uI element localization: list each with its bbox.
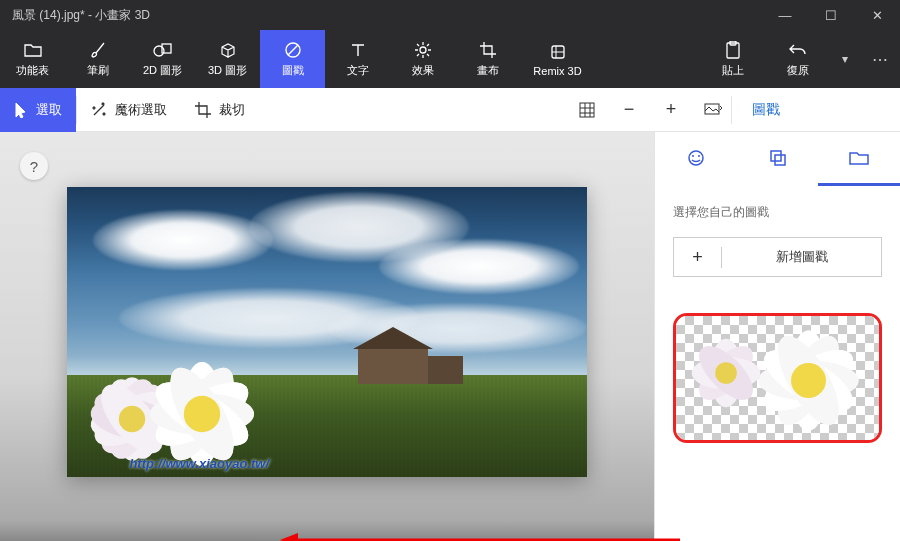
brush-icon xyxy=(89,40,107,60)
ribbon-label: 筆刷 xyxy=(87,63,109,78)
zoom-out-button[interactable]: − xyxy=(611,92,647,128)
undo-button[interactable]: 復原 xyxy=(765,30,830,88)
ribbon-label: 效果 xyxy=(412,63,434,78)
svg-point-3 xyxy=(420,47,426,53)
canvas-image[interactable]: http://www.xiaoyao.tw/ xyxy=(67,187,587,477)
svg-point-47 xyxy=(715,362,737,384)
ribbon-label: 圖戳 xyxy=(282,63,304,78)
help-button[interactable]: ? xyxy=(20,152,48,180)
content: ? http://www.xiaoyao.tw/ xyxy=(0,132,900,541)
sticker-icon xyxy=(284,40,302,60)
undo-icon xyxy=(789,40,807,60)
ribbon-label: 2D 圖形 xyxy=(143,63,182,78)
minimize-button[interactable]: — xyxy=(762,0,808,30)
select-tool[interactable]: 選取 xyxy=(0,88,76,132)
svg-rect-37 xyxy=(771,151,781,161)
tab-textures[interactable] xyxy=(737,132,819,186)
zoom-in-button[interactable]: + xyxy=(653,92,689,128)
text-icon xyxy=(350,40,366,60)
remix3d-button[interactable]: Remix 3D xyxy=(520,30,595,88)
svg-point-36 xyxy=(698,155,700,157)
view-toggle[interactable] xyxy=(695,92,731,128)
svg-rect-7 xyxy=(580,103,594,117)
sidebar-label: 選擇您自己的圖戳 xyxy=(673,204,882,221)
crop-tool-icon xyxy=(195,102,211,118)
ribbon-label: 文字 xyxy=(347,63,369,78)
add-sticker-label: 新增圖戳 xyxy=(722,248,881,266)
canvas-area[interactable]: ? http://www.xiaoyao.tw/ xyxy=(0,132,654,541)
svg-marker-33 xyxy=(280,533,298,541)
text-button[interactable]: 文字 xyxy=(325,30,390,88)
paste-button[interactable]: 貼上 xyxy=(700,30,765,88)
tool-label: 選取 xyxy=(36,101,62,119)
tool-label: 魔術選取 xyxy=(115,101,167,119)
maximize-button[interactable]: ☐ xyxy=(808,0,854,30)
svg-point-34 xyxy=(689,151,703,165)
sidebar-tabs xyxy=(655,132,900,186)
chevron-down-icon[interactable]: ▾ xyxy=(830,52,860,66)
folder-icon xyxy=(24,40,42,60)
ribbon-label: 貼上 xyxy=(722,63,744,78)
tool-label: 裁切 xyxy=(219,101,245,119)
cursor-icon xyxy=(14,102,28,118)
brush-button[interactable]: 筆刷 xyxy=(65,30,130,88)
wand-icon xyxy=(91,102,107,118)
canvas-button[interactable]: 畫布 xyxy=(455,30,520,88)
secondary-toolbar: 選取 魔術選取 裁切 − + 圖戳 xyxy=(0,88,900,132)
svg-point-35 xyxy=(692,155,694,157)
sidebar: 選擇您自己的圖戳 + 新增圖戳 xyxy=(654,132,900,541)
panel-title: 圖戳 xyxy=(752,101,780,119)
svg-point-31 xyxy=(184,396,220,432)
window-title: 風景 (14).jpg* - 小畫家 3D xyxy=(12,7,762,24)
titlebar: 風景 (14).jpg* - 小畫家 3D — ☐ ✕ xyxy=(0,0,900,30)
plus-icon: + xyxy=(674,247,722,268)
ribbon-label: 3D 圖形 xyxy=(208,63,247,78)
crop-icon xyxy=(479,40,497,60)
remix-icon xyxy=(549,42,567,62)
menu-button[interactable]: 功能表 xyxy=(0,30,65,88)
paste-icon xyxy=(725,40,741,60)
magic-select-tool[interactable]: 魔術選取 xyxy=(77,88,181,132)
ribbon-label: 畫布 xyxy=(477,63,499,78)
more-icon[interactable]: ⋯ xyxy=(860,50,900,69)
ribbon-label: 復原 xyxy=(787,63,809,78)
tab-custom[interactable] xyxy=(818,132,900,186)
effects-button[interactable]: 效果 xyxy=(390,30,455,88)
ribbon: 功能表 筆刷 2D 圖形 3D 圖形 圖戳 文字 效果 畫布 Remix 3D … xyxy=(0,30,900,88)
stickers-button[interactable]: 圖戳 xyxy=(260,30,325,88)
svg-rect-38 xyxy=(775,155,785,165)
3d-shapes-button[interactable]: 3D 圖形 xyxy=(195,30,260,88)
add-sticker-button[interactable]: + 新增圖戳 xyxy=(673,237,882,277)
ribbon-label: Remix 3D xyxy=(533,65,581,77)
cube-icon xyxy=(219,40,237,60)
sticker-preview[interactable] xyxy=(673,313,882,443)
crop-tool[interactable]: 裁切 xyxy=(181,88,259,132)
shape2d-icon xyxy=(153,40,173,60)
tab-stickers[interactable] xyxy=(655,132,737,186)
grid-toggle[interactable] xyxy=(569,92,605,128)
annotation-arrow xyxy=(280,530,680,541)
sun-icon xyxy=(414,40,432,60)
svg-point-60 xyxy=(791,363,826,398)
2d-shapes-button[interactable]: 2D 圖形 xyxy=(130,30,195,88)
ribbon-label: 功能表 xyxy=(16,63,49,78)
close-button[interactable]: ✕ xyxy=(854,0,900,30)
watermark: http://www.xiaoyao.tw/ xyxy=(129,456,269,471)
house-graphic xyxy=(358,329,458,384)
flower-sticker-placed[interactable] xyxy=(77,344,277,494)
